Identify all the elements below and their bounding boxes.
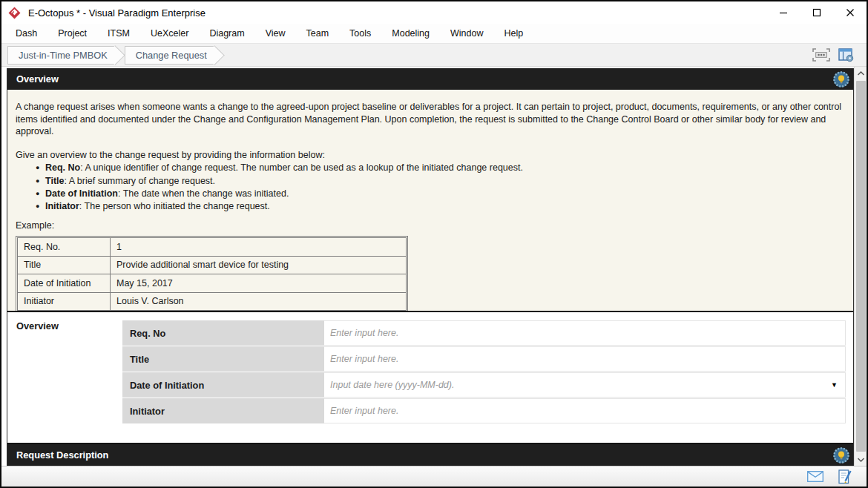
maximize-button[interactable] bbox=[800, 1, 833, 24]
message-mail-icon[interactable] bbox=[806, 469, 825, 485]
table-row: Initiator Louis V. Carlson bbox=[18, 292, 407, 311]
menu-bar: Dash Project ITSM UeXceler Diagram View … bbox=[1, 24, 867, 44]
menu-team[interactable]: Team bbox=[296, 25, 340, 42]
table-row: Title Provide additional smart device fo… bbox=[18, 256, 407, 274]
example-label: Example: bbox=[16, 220, 843, 231]
list-item: ●Date of Initiation: The date when the c… bbox=[16, 188, 843, 200]
example-row-value: 1 bbox=[111, 238, 407, 257]
main-region: Overview A change request arises when so… bbox=[1, 67, 867, 466]
breadcrumb-toolbar bbox=[812, 46, 867, 64]
list-item: ●Req. No: A unique identifier of change … bbox=[16, 162, 843, 174]
menu-dash[interactable]: Dash bbox=[5, 25, 47, 42]
edit-document-icon[interactable] bbox=[835, 469, 855, 485]
form-row-req-no: Req. No bbox=[122, 320, 846, 346]
menu-diagram[interactable]: Diagram bbox=[199, 25, 254, 42]
window-controls bbox=[766, 1, 867, 24]
title-bar: E-Octopus * - Visual Paradigm Enterprise bbox=[1, 1, 867, 24]
form-fields: Req. No Title Date of Initiation bbox=[122, 320, 846, 423]
overview-section-header: Overview bbox=[7, 68, 853, 90]
list-item: ●Title: A brief summary of change reques… bbox=[16, 175, 843, 188]
close-button[interactable] bbox=[833, 1, 867, 24]
table-row: Req. No. 1 bbox=[18, 238, 407, 257]
request-description-section-title: Request Description bbox=[16, 449, 108, 461]
title-input[interactable] bbox=[324, 347, 845, 371]
example-row-value: May 15, 2017 bbox=[111, 274, 407, 293]
window-title: E-Octopus * - Visual Paradigm Enterprise bbox=[28, 7, 206, 19]
minimize-button[interactable] bbox=[766, 1, 800, 24]
scroll-down-icon[interactable] bbox=[855, 453, 867, 466]
breadcrumb-change-request[interactable]: Change Request bbox=[125, 46, 214, 65]
example-row-label: Title bbox=[18, 256, 111, 274]
list-item: ●Initiator: The person who initiated the… bbox=[16, 200, 843, 213]
form-section-label: Overview bbox=[16, 320, 59, 332]
menu-uexceler[interactable]: UeXceler bbox=[140, 25, 199, 42]
menu-tools[interactable]: Tools bbox=[339, 25, 381, 42]
date-dropdown-icon[interactable]: ▼ bbox=[831, 381, 838, 389]
req-no-label: Req. No bbox=[122, 320, 324, 346]
status-bar bbox=[1, 466, 867, 487]
request-description-section-header: Request Description bbox=[7, 444, 853, 466]
initiator-input[interactable] bbox=[324, 399, 845, 423]
form-row-initiator: Initiator bbox=[122, 398, 846, 423]
example-row-label: Initiator bbox=[18, 292, 111, 311]
menu-modeling[interactable]: Modeling bbox=[381, 25, 440, 42]
hint-bulb-icon[interactable] bbox=[832, 70, 850, 88]
scrollbar-thumb[interactable] bbox=[856, 81, 866, 452]
bullet-icon: ● bbox=[36, 188, 39, 200]
form-row-title: Title bbox=[122, 346, 846, 372]
breadcrumb: Just-in-Time PMBOK Change Request bbox=[1, 44, 867, 67]
hint-bulb-icon[interactable] bbox=[832, 446, 850, 464]
example-row-label: Date of Initiation bbox=[18, 274, 111, 293]
date-of-initiation-label: Date of Initiation bbox=[122, 372, 324, 398]
guide-bullet-list: ●Req. No: A unique identifier of change … bbox=[16, 162, 843, 213]
vertical-scrollbar[interactable] bbox=[854, 67, 867, 466]
bullet-icon: ● bbox=[36, 175, 39, 188]
guide-intro-paragraph: A change request arises when someone wan… bbox=[16, 101, 843, 138]
menu-view[interactable]: View bbox=[255, 25, 296, 42]
panel-layout-icon[interactable] bbox=[837, 46, 856, 64]
initiator-label: Initiator bbox=[122, 398, 324, 423]
guide-section: A change request arises when someone wan… bbox=[7, 90, 853, 312]
bullet-icon: ● bbox=[36, 162, 39, 174]
title-label: Title bbox=[122, 346, 324, 372]
overview-section-title: Overview bbox=[16, 73, 59, 85]
example-row-value: Louis V. Carlson bbox=[111, 292, 407, 311]
change-request-panel: Overview A change request arises when so… bbox=[7, 68, 854, 466]
example-row-value: Provide additional smart device for test… bbox=[111, 256, 407, 274]
scroll-up-icon[interactable] bbox=[855, 67, 867, 79]
menu-project[interactable]: Project bbox=[47, 25, 97, 42]
date-of-initiation-input[interactable] bbox=[324, 373, 845, 397]
menu-itsm[interactable]: ITSM bbox=[97, 25, 140, 42]
breadcrumb-just-in-time-pmbok[interactable]: Just-in-Time PMBOK bbox=[7, 46, 115, 65]
example-table: Req. No. 1 Title Provide additional smar… bbox=[16, 236, 408, 312]
example-row-label: Req. No. bbox=[18, 238, 111, 257]
overview-form-section: Overview Req. No Title bbox=[7, 312, 853, 444]
menu-help[interactable]: Help bbox=[493, 25, 533, 42]
fit-to-window-icon[interactable] bbox=[812, 46, 831, 64]
table-row: Date of Initiation May 15, 2017 bbox=[18, 274, 407, 293]
app-window: E-Octopus * - Visual Paradigm Enterprise… bbox=[0, 0, 868, 488]
guide-list-intro: Give an overview to the change request b… bbox=[16, 149, 843, 162]
menu-window[interactable]: Window bbox=[440, 25, 493, 42]
bullet-icon: ● bbox=[36, 200, 39, 213]
form-row-date-of-initiation: Date of Initiation ▼ bbox=[122, 372, 846, 398]
visual-paradigm-logo-icon bbox=[8, 7, 21, 19]
req-no-input[interactable] bbox=[324, 321, 845, 345]
